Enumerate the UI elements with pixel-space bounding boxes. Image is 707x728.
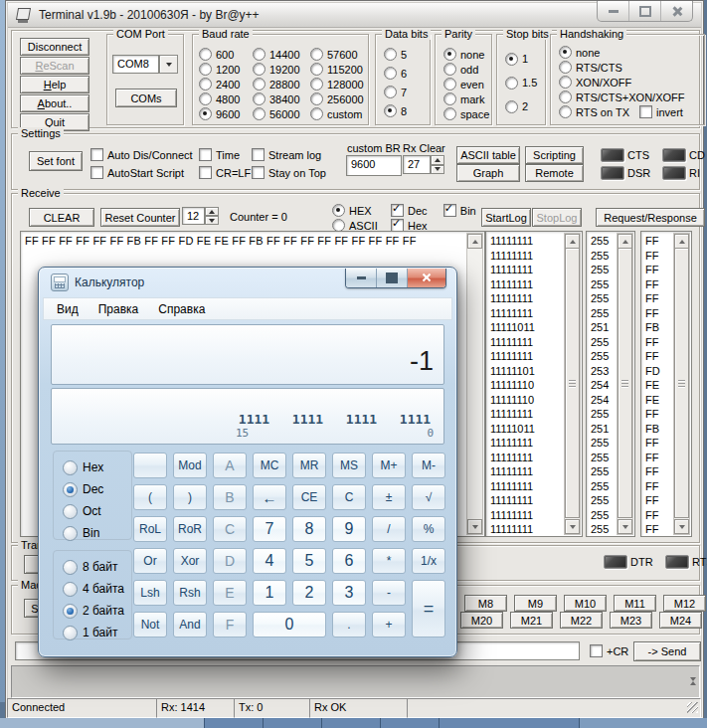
baud-option[interactable]: 57600 bbox=[310, 47, 366, 62]
macro-button[interactable]: M23 bbox=[610, 612, 652, 629]
baud-option[interactable]: 128000 bbox=[310, 77, 366, 91]
word-size-radio[interactable]: 4 байта bbox=[63, 582, 124, 596]
stop-bits-option[interactable]: 1 bbox=[505, 52, 537, 67]
calc-key[interactable]: RoL bbox=[133, 516, 167, 542]
settings-checkbox[interactable]: Stream log bbox=[252, 147, 326, 162]
com-port-combo[interactable]: COM8 bbox=[112, 55, 178, 74]
macro-button[interactable]: M10 bbox=[564, 595, 607, 612]
custom-br-input[interactable]: 9600 bbox=[346, 155, 402, 176]
baud-option[interactable]: 600 bbox=[199, 47, 249, 62]
calc-key[interactable]: Lsh bbox=[133, 580, 167, 606]
scroll-up-button[interactable] bbox=[674, 234, 689, 249]
rts-on-tx-option[interactable]: RTS on TX bbox=[559, 104, 629, 119]
calc-key[interactable]: 1/x bbox=[412, 548, 445, 574]
calc-key[interactable]: A bbox=[213, 453, 247, 478]
startlog-button[interactable]: StartLog bbox=[481, 208, 531, 227]
scroll-down-button[interactable] bbox=[618, 519, 632, 534]
taskbar-segment[interactable] bbox=[440, 718, 580, 728]
scroll-thumb[interactable] bbox=[565, 248, 580, 518]
calc-key[interactable]: C bbox=[332, 484, 366, 510]
baud-option[interactable]: 2400 bbox=[199, 77, 249, 91]
parity-option[interactable]: even bbox=[443, 77, 489, 91]
calc-key[interactable]: Or bbox=[133, 548, 167, 574]
parity-option[interactable]: space bbox=[443, 106, 489, 121]
calc-key[interactable]: Xor bbox=[173, 548, 207, 574]
calc-key[interactable]: 1 bbox=[253, 580, 286, 606]
settings-checkbox[interactable]: CR=LF bbox=[199, 165, 251, 180]
taskbar-segment[interactable] bbox=[264, 718, 322, 728]
handshaking-option[interactable]: RTS/CTS bbox=[559, 60, 685, 75]
base-radio[interactable]: Bin bbox=[63, 526, 103, 540]
connection-button[interactable]: ReScan bbox=[20, 57, 89, 75]
macro-button[interactable]: M21 bbox=[510, 612, 553, 629]
taskbar-segment[interactable] bbox=[580, 718, 707, 728]
calc-maximize-button[interactable] bbox=[376, 269, 407, 287]
set-font-button[interactable]: Set font bbox=[29, 151, 83, 171]
settings-checkbox[interactable]: Time bbox=[199, 147, 251, 162]
calc-key[interactable]: M- bbox=[412, 453, 445, 478]
calc-key[interactable]: MR bbox=[292, 453, 326, 478]
settings-checkbox[interactable]: Stay on Top bbox=[252, 165, 326, 180]
cr-checkbox[interactable]: +CR bbox=[590, 643, 628, 658]
handshaking-option[interactable]: none bbox=[559, 45, 685, 60]
stop-bits-option[interactable]: 2 bbox=[505, 99, 537, 114]
count-spinner[interactable]: 12 bbox=[182, 207, 219, 225]
calc-key[interactable]: ) bbox=[173, 484, 207, 510]
calc-key[interactable] bbox=[133, 453, 167, 478]
calc-key[interactable]: Mod bbox=[173, 453, 207, 478]
dtr-led[interactable] bbox=[604, 555, 627, 569]
spin-down-button[interactable] bbox=[431, 165, 444, 175]
taskbar-segment[interactable] bbox=[322, 718, 381, 728]
bin-scrollbar[interactable] bbox=[564, 233, 581, 535]
parity-option[interactable]: odd bbox=[443, 62, 489, 77]
calc-key[interactable]: ( bbox=[133, 484, 167, 510]
calc-key[interactable]: 8 bbox=[292, 516, 326, 542]
format-checkbox[interactable]: Dec bbox=[391, 203, 443, 218]
receive-hex-column[interactable]: FFFFFFFFFFFFFBFFFFFDFEFEFFFBFFFFFFFFFFFF… bbox=[640, 231, 692, 537]
baud-option[interactable]: 115200 bbox=[310, 62, 366, 77]
taskbar-segment[interactable] bbox=[381, 718, 440, 728]
calc-key[interactable]: 2 bbox=[292, 580, 326, 606]
settings-checkbox[interactable]: Auto Dis/Connect bbox=[90, 147, 193, 162]
reset-counter-button[interactable]: Reset Counter bbox=[100, 208, 180, 227]
calc-close-button[interactable] bbox=[407, 269, 445, 287]
data-bits-option[interactable]: 6 bbox=[384, 66, 407, 81]
connection-button[interactable]: About.. bbox=[20, 94, 89, 112]
baud-option[interactable]: 9600 bbox=[199, 106, 249, 121]
scroll-up-button[interactable] bbox=[618, 234, 632, 249]
calc-key[interactable]: 3 bbox=[332, 580, 366, 606]
calc-key[interactable]: RoR bbox=[173, 516, 207, 542]
calc-key[interactable]: E bbox=[213, 580, 247, 606]
calc-key[interactable]: . bbox=[332, 612, 366, 637]
scroll-up-button[interactable] bbox=[467, 234, 482, 249]
calc-key[interactable]: MS bbox=[332, 453, 366, 478]
handshaking-option[interactable]: XON/XOFF bbox=[559, 75, 685, 90]
data-bits-option[interactable]: 5 bbox=[384, 47, 407, 62]
calc-key[interactable]: % bbox=[412, 516, 445, 542]
calc-key[interactable]: 5 bbox=[292, 548, 326, 574]
parity-option[interactable]: none bbox=[443, 47, 489, 62]
calc-key[interactable]: * bbox=[372, 548, 406, 574]
calc-key[interactable]: + bbox=[372, 612, 406, 637]
calc-key[interactable]: Rsh bbox=[173, 580, 207, 606]
calc-key[interactable]: ← bbox=[253, 484, 286, 510]
maximize-button[interactable] bbox=[628, 1, 660, 21]
calc-key[interactable]: MC bbox=[253, 453, 286, 478]
menu-item[interactable]: Вид bbox=[48, 300, 88, 318]
ascii-table-button[interactable]: ASCII table bbox=[456, 146, 520, 164]
bit-group[interactable]: 1111 bbox=[343, 412, 380, 440]
parity-option[interactable]: mark bbox=[443, 91, 489, 106]
receive-bin-column[interactable]: 1111111111111111111111111111111111111111… bbox=[485, 231, 583, 537]
calc-key[interactable]: CE bbox=[292, 484, 326, 510]
calc-key[interactable]: 4 bbox=[253, 548, 286, 574]
scroll-down-button[interactable] bbox=[565, 519, 580, 534]
receive-dec-column[interactable]: 2552552552552552552512552552532542542552… bbox=[586, 231, 635, 537]
calc-key[interactable]: 7 bbox=[253, 516, 286, 542]
data-bits-option[interactable]: 7 bbox=[384, 85, 407, 99]
dec-scrollbar[interactable] bbox=[617, 233, 633, 535]
request-response-button[interactable]: Request/Response bbox=[596, 208, 705, 227]
connection-button[interactable]: Help bbox=[20, 76, 89, 93]
calc-key[interactable]: M+ bbox=[372, 453, 406, 478]
word-size-radio[interactable]: 2 байта bbox=[63, 604, 124, 618]
baud-option[interactable]: 14400 bbox=[253, 47, 306, 62]
